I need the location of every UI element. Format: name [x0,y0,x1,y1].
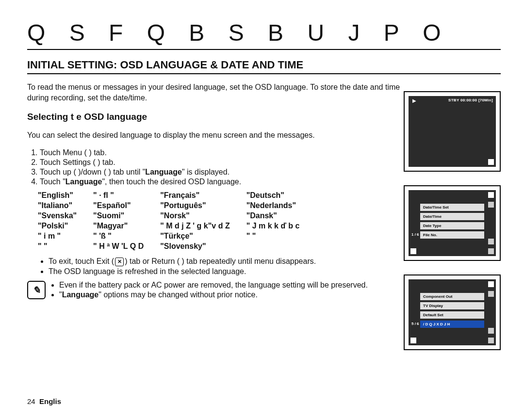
language-cell: "Türkçe" [160,232,245,241]
note-1: Even if the battery pack or AC power are… [59,281,368,290]
language-cell: " " [38,242,92,251]
language-cell: "Magyar" [93,222,159,231]
menu-item: Date/Time Set [420,204,484,211]
return-icon [410,248,416,254]
language-cell: "Français" [160,191,245,200]
close-icon [488,192,494,198]
language-cell: "English" [38,191,92,200]
language-cell: "Svenska" [38,211,92,221]
return-icon [410,338,416,343]
language-cell: "Português" [160,201,245,210]
chevron-up-icon [488,291,494,297]
exit-icon: ✕ [115,258,124,266]
language-cell: "Italiano" [38,201,92,210]
page-footer: 24 Englis [27,397,61,405]
language-cell: "Dansk" [246,211,315,221]
menu-item: Default Set [420,311,484,319]
status-text: STBY 00:00:00 [70Min] [448,98,493,102]
menu-item: / D Q J X D J H [420,321,484,328]
chevron-up-icon [488,202,494,208]
language-cell [246,242,315,251]
title-rule [27,49,501,50]
check-icon [488,328,494,334]
note-2: "Language" options may be changed withou… [59,291,368,299]
menu-item: Date/Time [420,213,484,220]
language-cell: "Norsk" [160,211,245,221]
screen-menu-2: Component OutTV DisplayDefault Set/ D Q … [404,275,501,350]
subheading-desc: You can select the desired language to d… [27,130,401,141]
language-cell: "Español" [93,201,159,210]
section-intro: To read the menus or messages in your de… [27,82,401,103]
language-cell: " M d j Z ' g k"v d Z [160,222,245,231]
language-cell: " J m k k ď b c [246,222,315,231]
language-cell: "Deutsch" [246,191,315,200]
example-screens: ▶ STBY 00:00:00 [70Min] Date/Time SetDat… [404,91,501,350]
language-cell: "Polski" [38,222,92,231]
chevron-down-icon [488,248,494,254]
note-icon: ✎ [27,281,46,299]
language-cell: " 'ß " [93,232,159,241]
language-cell: "Suomi" [93,211,159,221]
language-cell: " i m " [38,232,92,241]
menu-item: File No. [420,231,484,239]
language-cell: "Slovensky" [160,242,245,251]
menu-btn-icon [488,159,494,165]
screen-preview: ▶ STBY 00:00:00 [70Min] [404,91,501,172]
chevron-down-icon [488,338,494,343]
section-title: INITIAL SETTING: OSD LANGUAGE & DATE AND… [27,59,501,71]
close-icon [488,281,494,287]
section-rule [27,73,501,74]
language-cell: "Nederlands" [246,201,315,210]
pager-1: 1 / 6 [411,232,419,237]
language-cell: " · ﬂ " [93,191,159,200]
language-grid: "English"" · ﬂ ""Français""Deutsch""Ital… [37,190,316,252]
menu-item: Date Type [420,222,484,229]
note-block: ✎ Even if the battery pack or AC power a… [27,280,425,300]
menu-item: TV Display [420,302,484,309]
language-cell: " H ª W 'L Q D [93,242,159,251]
menu-item: Component Out [420,293,484,300]
page-title: Q S F Q B S B U J P O [27,19,501,46]
pager-2: 5 / 6 [411,322,419,326]
screen-menu-1: Date/Time SetDate/TimeDate TypeFile No. … [404,185,501,261]
check-icon [488,239,494,244]
language-cell: " " [246,232,315,241]
